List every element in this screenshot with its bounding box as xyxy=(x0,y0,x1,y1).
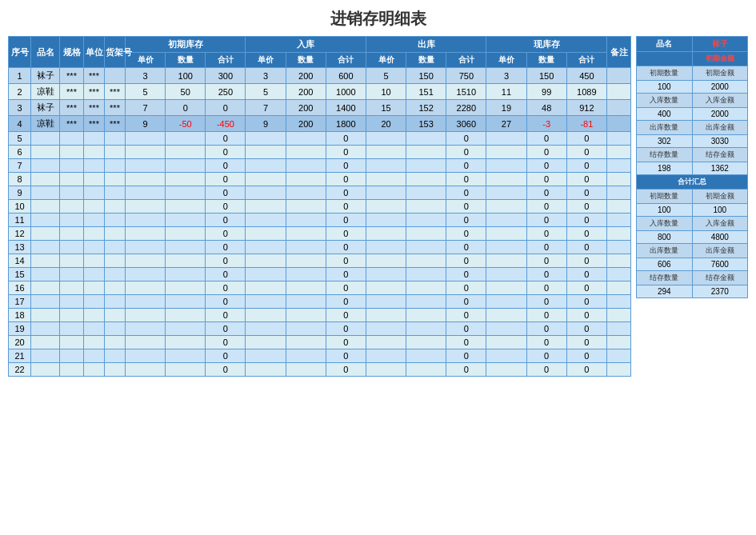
table-cell xyxy=(286,173,326,186)
table-cell: 1089 xyxy=(566,84,606,100)
table-cell: 0 xyxy=(446,186,486,200)
table-cell xyxy=(366,146,406,159)
table-cell xyxy=(105,173,126,186)
table-cell: *** xyxy=(60,68,84,84)
table-cell: 153 xyxy=(406,116,446,132)
table-cell: 0 xyxy=(326,254,366,268)
table-cell xyxy=(406,322,446,336)
table-cell xyxy=(246,200,286,214)
right-qty-value: 400 xyxy=(637,108,693,121)
table-cell: 50 xyxy=(166,84,206,100)
table-cell: 0 xyxy=(566,173,606,186)
table-cell: 19 xyxy=(9,322,31,336)
table-cell xyxy=(406,173,446,186)
table-cell: 0 xyxy=(526,214,566,227)
table-cell xyxy=(126,268,166,281)
table-cell: 0 xyxy=(326,241,366,254)
col-header-spec: 规格 xyxy=(60,37,84,68)
table-cell xyxy=(406,363,446,377)
table-row: 1200000 xyxy=(9,227,631,241)
table-cell xyxy=(105,281,126,295)
table-cell: 0 xyxy=(526,132,566,146)
table-cell xyxy=(84,214,105,227)
table-cell: 0 xyxy=(326,186,366,200)
table-cell: 0 xyxy=(206,200,246,214)
table-cell xyxy=(406,132,446,146)
table-cell: 0 xyxy=(566,214,606,227)
table-cell: 2 xyxy=(9,84,31,100)
table-cell: 0 xyxy=(526,146,566,159)
right-label: 入库数量 xyxy=(637,94,693,108)
table-cell: 0 xyxy=(446,268,486,281)
table-cell xyxy=(406,200,446,214)
table-cell xyxy=(246,227,286,241)
table-cell xyxy=(105,227,126,241)
table-cell xyxy=(406,186,446,200)
table-cell xyxy=(246,254,286,268)
table-cell: 0 xyxy=(326,349,366,363)
table-cell: 0 xyxy=(206,186,246,200)
table-cell: 0 xyxy=(526,241,566,254)
table-cell xyxy=(246,132,286,146)
table-cell xyxy=(84,200,105,214)
table-cell: 0 xyxy=(166,100,206,116)
table-cell: 0 xyxy=(446,173,486,186)
table-cell: 20 xyxy=(366,116,406,132)
right-amount-label: 出库金额 xyxy=(692,121,748,135)
table-cell xyxy=(607,84,631,100)
table-cell: 19 xyxy=(486,100,526,116)
table-cell xyxy=(366,132,406,146)
table-cell: -81 xyxy=(566,116,606,132)
table-cell xyxy=(105,146,126,159)
table-cell: 0 xyxy=(206,100,246,116)
table-cell: 0 xyxy=(446,200,486,214)
table-row: 1100000 xyxy=(9,214,631,227)
table-cell xyxy=(31,186,60,200)
table-cell xyxy=(406,254,446,268)
table-cell xyxy=(406,214,446,227)
table-cell xyxy=(286,186,326,200)
table-cell xyxy=(166,336,206,349)
table-cell xyxy=(105,200,126,214)
table-cell xyxy=(166,309,206,322)
table-cell xyxy=(60,214,84,227)
table-cell xyxy=(126,322,166,336)
table-cell xyxy=(366,363,406,377)
table-cell xyxy=(166,146,206,159)
table-cell xyxy=(166,254,206,268)
table-cell: 袜子 xyxy=(31,100,60,116)
table-cell: 3 xyxy=(246,68,286,84)
table-cell xyxy=(607,100,631,116)
table-cell: 600 xyxy=(326,68,366,84)
col-init-total: 合计 xyxy=(206,53,246,68)
table-cell xyxy=(607,214,631,227)
table-cell xyxy=(366,322,406,336)
table-cell: 0 xyxy=(526,227,566,241)
table-cell xyxy=(366,173,406,186)
right-amount-label: 结存金额 xyxy=(692,148,748,162)
table-cell xyxy=(607,281,631,295)
summary-label: 出库数量 xyxy=(637,244,693,258)
table-cell: 0 xyxy=(526,173,566,186)
table-cell: 200 xyxy=(286,116,326,132)
table-cell xyxy=(246,173,286,186)
right-amount-label: 入库金额 xyxy=(692,94,748,108)
table-cell: 17 xyxy=(9,295,31,309)
table-cell xyxy=(607,159,631,173)
table-cell xyxy=(486,227,526,241)
table-cell: *** xyxy=(60,116,84,132)
table-cell: 0 xyxy=(566,322,606,336)
table-cell xyxy=(607,295,631,309)
table-cell xyxy=(166,281,206,295)
table-cell: 7 xyxy=(9,159,31,173)
table-cell xyxy=(166,200,206,214)
table-cell xyxy=(366,281,406,295)
table-cell: 27 xyxy=(486,116,526,132)
summary-label: 结存数量 xyxy=(637,271,693,285)
table-cell: 0 xyxy=(526,349,566,363)
table-cell: 0 xyxy=(326,227,366,241)
table-cell: *** xyxy=(105,100,126,116)
table-cell xyxy=(60,268,84,281)
table-cell: 7 xyxy=(246,100,286,116)
table-cell xyxy=(166,214,206,227)
